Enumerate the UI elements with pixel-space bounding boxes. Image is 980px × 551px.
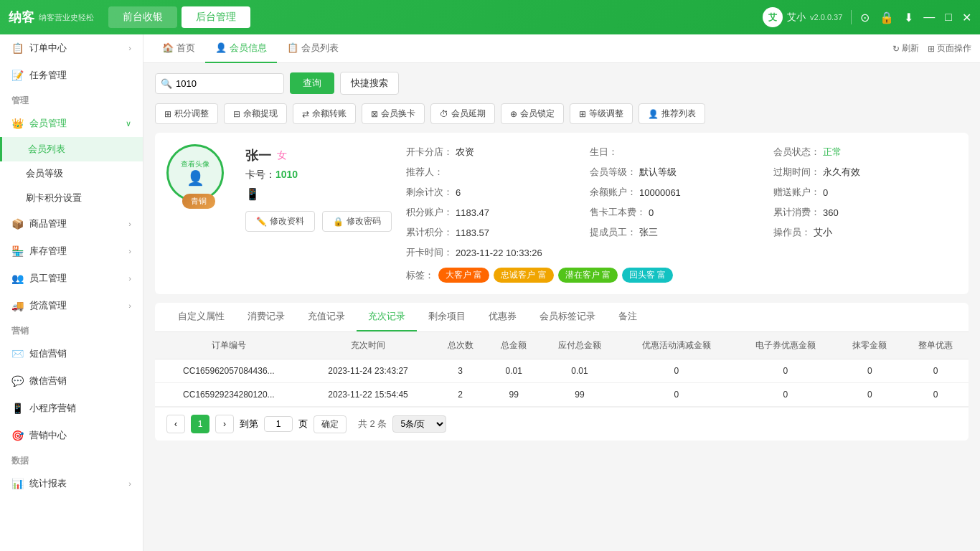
total-points-value: 1183.57 bbox=[456, 227, 489, 238]
tab-member-info[interactable]: 👤 会员信息 bbox=[205, 34, 277, 63]
chevron-right-icon4: › bbox=[128, 274, 131, 283]
sidebar-item-wechat[interactable]: 💬 微信营销 bbox=[0, 367, 143, 395]
action-balance-withdraw[interactable]: ⊟ 余额提现 bbox=[224, 103, 287, 124]
sidebar-item-products[interactable]: 📦 商品管理 › bbox=[0, 210, 143, 237]
section-container: 自定义属性 消费记录 充值记录 充次记录 剩余项目 优惠券 会员标签记录 备注 bbox=[155, 303, 969, 441]
table-scroll[interactable]: 订单编号 充次时间 总次数 总金额 应付总金额 优惠活动满减金额 电子券优惠金额… bbox=[155, 332, 969, 407]
table-row[interactable]: CC165962057084436... 2023-11-24 23:43:27… bbox=[155, 359, 969, 383]
remaining-value: 6 bbox=[456, 187, 461, 198]
action-balance-transfer[interactable]: ⇄ 余额转账 bbox=[293, 103, 356, 124]
page-1-btn[interactable]: 1 bbox=[191, 415, 209, 433]
sidebar-label-wechat: 微信营销 bbox=[29, 375, 67, 387]
member-list-icon: 📋 bbox=[287, 42, 298, 53]
sidebar-item-miniapp[interactable]: 📱 小程序营销 bbox=[0, 395, 143, 422]
table-row[interactable]: CC165929234280120... 2023-11-22 15:54:45… bbox=[155, 383, 969, 407]
member-details: 开卡分店： 农资 生日： 会员状态： 正常 推荐人： bbox=[406, 144, 957, 283]
prev-page-btn[interactable]: ‹ bbox=[166, 415, 185, 433]
member-avatar-wrap: 查看头像 👤 青铜 bbox=[166, 144, 231, 202]
tab-charge-times[interactable]: 充次记录 bbox=[357, 303, 417, 331]
wechat-icon: 💬 bbox=[11, 375, 24, 387]
sidebar-item-tasks[interactable]: 📝 任务管理 bbox=[0, 62, 143, 89]
lock-icon[interactable]: 🔒 bbox=[880, 11, 894, 24]
action-card-replace[interactable]: ⊠ 会员换卡 bbox=[362, 103, 425, 124]
sidebar-item-orders[interactable]: 📋 订单中心 › bbox=[0, 34, 143, 62]
main-layout: 📋 订单中心 › 📝 任务管理 管理 👑 会员管理 ∨ 会员列表 会员等级 刷卡… bbox=[0, 34, 980, 551]
discount-2: 0 bbox=[618, 383, 734, 407]
tab-coupons[interactable]: 优惠券 bbox=[477, 303, 528, 331]
member-name-row: 张一 女 bbox=[245, 147, 392, 164]
sidebar-item-member-mgmt[interactable]: 👑 会员管理 ∨ bbox=[0, 110, 143, 137]
action-level-adjust[interactable]: ⊞ 等级调整 bbox=[570, 103, 633, 124]
charge-times-table: 订单编号 充次时间 总次数 总金额 应付总金额 优惠活动满减金额 电子券优惠金额… bbox=[155, 332, 969, 407]
front-desk-btn[interactable]: 前台收银 bbox=[108, 6, 177, 28]
confirm-page-btn[interactable]: 确定 bbox=[314, 415, 347, 433]
sidebar-item-card-points[interactable]: 刷卡积分设置 bbox=[0, 186, 143, 210]
close-icon[interactable]: ✕ bbox=[962, 11, 971, 24]
download-icon[interactable]: ⬇ bbox=[904, 11, 913, 24]
tab-member-list[interactable]: 📋 会员列表 bbox=[277, 34, 349, 63]
next-page-btn[interactable]: › bbox=[215, 415, 234, 433]
recommend-icon: 👤 bbox=[648, 109, 659, 119]
per-page-select[interactable]: 5条/页 10条/页 20条/页 bbox=[392, 415, 446, 433]
page-input[interactable] bbox=[264, 416, 293, 432]
action-points-adjust[interactable]: ⊞ 积分调整 bbox=[155, 103, 218, 124]
help-icon[interactable]: ⊙ bbox=[860, 11, 870, 24]
marketing-icon: 🎯 bbox=[11, 430, 24, 441]
refresh-btn[interactable]: ↻ 刷新 bbox=[892, 42, 919, 55]
coupon-1: 0 bbox=[734, 359, 837, 383]
charge-time-1: 2023-11-24 23:43:27 bbox=[303, 359, 434, 383]
action-buttons: ⊞ 积分调整 ⊟ 余额提现 ⇄ 余额转账 ⊠ 会员换卡 ⏱ 会员延期 bbox=[155, 103, 969, 124]
tag-vip: 大客户 富 bbox=[438, 268, 489, 283]
total-consume-value: 360 bbox=[823, 207, 839, 218]
edit-info-btn[interactable]: ✏️ 修改资料 bbox=[245, 211, 315, 232]
tab-recharge-record[interactable]: 充值记录 bbox=[296, 303, 357, 331]
sidebar-item-marketing[interactable]: 🎯 营销中心 bbox=[0, 422, 143, 449]
tab-custom-attr[interactable]: 自定义属性 bbox=[166, 303, 236, 331]
sidebar-item-logistics[interactable]: 🚚 货流管理 › bbox=[0, 292, 143, 319]
lock-edit-icon: 🔒 bbox=[333, 217, 344, 227]
avatar-inner: 查看头像 👤 bbox=[169, 146, 222, 199]
sidebar-item-reports[interactable]: 📊 统计报表 › bbox=[0, 470, 143, 497]
tab-bar: 🏠 首页 👤 会员信息 📋 会员列表 ↻ 刷新 ⊞ 页面操作 bbox=[143, 34, 980, 63]
quick-search-button[interactable]: 快捷搜索 bbox=[340, 72, 399, 95]
detail-promote-staff: 提成员工： 张三 bbox=[590, 225, 773, 240]
sidebar-label-sms: 短信营销 bbox=[29, 347, 67, 360]
minimize-icon[interactable]: — bbox=[923, 11, 935, 24]
section-tabs: 自定义属性 消费记录 充值记录 充次记录 剩余项目 优惠券 会员标签记录 备注 bbox=[155, 303, 969, 332]
total-text: 共 2 条 bbox=[358, 418, 387, 430]
detail-remaining: 剩余计次： 6 bbox=[406, 184, 590, 200]
inventory-icon: 🏪 bbox=[11, 245, 24, 257]
withdraw-icon: ⊟ bbox=[233, 109, 240, 119]
member-name: 张一 bbox=[245, 147, 271, 164]
sidebar-item-sms[interactable]: ✉️ 短信营销 bbox=[0, 340, 143, 367]
sidebar-label-tasks: 任务管理 bbox=[29, 69, 67, 82]
edit-pwd-btn[interactable]: 🔒 修改密码 bbox=[322, 211, 392, 232]
sidebar-item-staff[interactable]: 👥 员工管理 › bbox=[0, 265, 143, 292]
action-recommend-list[interactable]: 👤 推荐列表 bbox=[639, 103, 705, 124]
tab-consume-record[interactable]: 消费记录 bbox=[236, 303, 296, 331]
tab-home[interactable]: 🏠 首页 bbox=[152, 34, 205, 63]
action-member-lock[interactable]: ⊕ 会员锁定 bbox=[501, 103, 564, 124]
member-avatar: 查看头像 👤 bbox=[166, 144, 224, 202]
home-icon: 🏠 bbox=[162, 42, 174, 53]
query-button[interactable]: 查询 bbox=[290, 72, 334, 94]
page-op-btn[interactable]: ⊞ 页面操作 bbox=[928, 42, 971, 55]
search-input[interactable] bbox=[155, 73, 284, 94]
col-erase: 抹零金额 bbox=[837, 332, 903, 359]
tab-tag-records[interactable]: 会员标签记录 bbox=[528, 303, 607, 331]
avatar-icon: 👤 bbox=[187, 169, 204, 187]
gift-value: 0 bbox=[823, 187, 828, 198]
sidebar-item-member-list[interactable]: 会员列表 bbox=[0, 137, 143, 161]
maximize-icon[interactable]: □ bbox=[945, 11, 952, 24]
tab-remaining[interactable]: 剩余项目 bbox=[417, 303, 477, 331]
sidebar-item-inventory[interactable]: 🏪 库存管理 › bbox=[0, 237, 143, 265]
divider bbox=[851, 10, 852, 24]
action-member-extend[interactable]: ⏱ 会员延期 bbox=[430, 103, 495, 124]
sidebar-item-member-level[interactable]: 会员等级 bbox=[0, 161, 143, 186]
member-mgmt-icon: 👑 bbox=[11, 118, 24, 129]
tab-notes[interactable]: 备注 bbox=[607, 303, 649, 331]
back-office-btn[interactable]: 后台管理 bbox=[182, 6, 250, 28]
tasks-icon: 📝 bbox=[11, 70, 24, 81]
member-basic: 张一 女 卡号：1010 📱 ✏️ 修改资料 bbox=[245, 144, 392, 232]
logo-sub: 纳客营业史轻松 bbox=[39, 12, 94, 22]
